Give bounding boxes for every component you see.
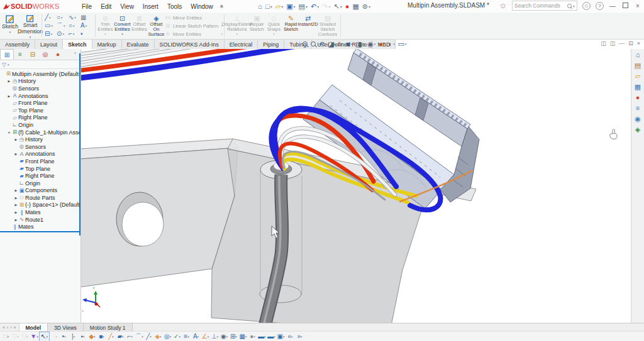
graphics-viewport[interactable]: Y Z bbox=[80, 39, 631, 323]
design-library-icon[interactable]: ▤ bbox=[635, 62, 641, 70]
expand-arrow-icon[interactable]: ▶ bbox=[7, 94, 11, 98]
help-icon[interactable]: ? bbox=[596, 2, 604, 10]
search-caret-icon[interactable]: ▾ bbox=[573, 4, 575, 8]
login-icon[interactable]: ☺ bbox=[582, 2, 591, 10]
tab-electrical[interactable]: Electrical bbox=[225, 39, 258, 49]
offset-entities-button[interactable]: ≣ Offset Entities bbox=[131, 13, 148, 39]
pin-menu-icon[interactable]: ∗ bbox=[219, 3, 225, 9]
tree-item-cable1-top-plane[interactable]: ▰ Top Plane bbox=[0, 165, 80, 173]
window-close-button[interactable]: × bbox=[634, 3, 641, 9]
pin-next-icon[interactable]: » ▾ bbox=[295, 332, 304, 341]
expand-arrow-icon[interactable]: ▶ bbox=[14, 210, 18, 214]
filter-vertices-icon[interactable]: ▽ ▾ bbox=[11, 332, 20, 341]
filter-solid-bodies-icon[interactable]: ■ ▾ bbox=[97, 332, 106, 341]
filter-coordinate-systems-icon[interactable]: ⊥ ▾ bbox=[210, 332, 219, 341]
dimxpert-manager-tab[interactable]: ◎ bbox=[39, 50, 52, 60]
tree-item-cable1-origin[interactable]: ∟ Origin bbox=[0, 180, 80, 187]
tree-item-top-plane[interactable]: ▱ Top Plane bbox=[0, 107, 80, 114]
filter-edges2-icon[interactable]: ⌐ ▾ bbox=[125, 332, 135, 341]
view-settings-icon[interactable]: ▭ ▾ bbox=[397, 41, 408, 48]
doc-minimize-icon[interactable]: — bbox=[619, 40, 625, 46]
window-minimize-button[interactable]: — bbox=[609, 3, 616, 9]
linear-sketch-pattern-button[interactable]: ⊞ Linear Sketch Pattern ▾ bbox=[165, 22, 223, 30]
tree-item-annotations[interactable]: ▶ A Annotations bbox=[0, 92, 80, 100]
route-connector-icon[interactable]: ▬ ▾ bbox=[257, 332, 267, 341]
menu-tools[interactable]: Tools bbox=[167, 3, 182, 10]
point-tool[interactable]: ⊙ ▾ bbox=[57, 30, 69, 38]
tree-filter-row[interactable]: ▽ ▾ bbox=[0, 60, 80, 69]
expand-arrow-icon[interactable]: ▶ bbox=[14, 203, 18, 207]
menu-view[interactable]: View bbox=[120, 3, 134, 10]
tree-item-components[interactable]: ▶ ▣ Components bbox=[0, 187, 80, 195]
expand-arrow-icon[interactable]: ▼ bbox=[7, 131, 11, 134]
offset-on-surface-button[interactable]: ◈ Offset On Surface bbox=[148, 13, 165, 39]
tree-item-space[interactable]: ▶ ⊞ (-) Space<1> (Default<<Default bbox=[0, 202, 80, 209]
magnified-selection-icon[interactable]: ◉ ▾ bbox=[219, 332, 229, 341]
rebuild-icon[interactable]: ● bbox=[344, 1, 351, 11]
tree-item-cable1-front-plane[interactable]: ▰ Front Plane bbox=[0, 158, 80, 165]
filter-planes-icon[interactable]: ▰ ▾ bbox=[116, 332, 125, 341]
tree-item-cable1-history[interactable]: ▶ ◷ History bbox=[0, 136, 80, 143]
filter-faces-icon[interactable]: ▼ ▾ bbox=[30, 332, 39, 341]
toolbar-grip[interactable]: ∷ ▾ bbox=[1, 332, 11, 341]
display-style-icon[interactable]: ◨ ▾ bbox=[355, 41, 365, 48]
lasso-select-icon[interactable]: ◌ ▾ bbox=[50, 332, 59, 341]
file-properties-icon[interactable]: ▦ bbox=[351, 1, 360, 11]
route-clip-icon[interactable]: ▣ ▾ bbox=[276, 332, 286, 341]
tree-item-multipin-assembly[interactable]: ⊞ Multipin Assembly (Default<Display Sta bbox=[0, 70, 80, 78]
filter-dimensions-icon[interactable]: ≡ ▾ bbox=[182, 332, 191, 341]
rectangle-tool[interactable]: ▭ ▾ bbox=[45, 22, 57, 30]
filter-arcs-icon[interactable]: ⌒ ▾ bbox=[135, 332, 144, 341]
filter-funnel-icon[interactable]: ▽ bbox=[2, 62, 6, 68]
filter-angle-icon[interactable]: ∠ ▾ bbox=[201, 332, 210, 341]
arc-tool[interactable]: ⌒ ▾ bbox=[57, 22, 69, 30]
filter-axes-icon[interactable]: ╱ ▾ bbox=[106, 332, 116, 341]
previous-view-icon[interactable]: ↶ bbox=[318, 41, 325, 48]
circle-tool[interactable]: ○ ▾ bbox=[57, 14, 69, 22]
tree-tabs-overflow-icon[interactable]: › bbox=[74, 50, 78, 56]
options-icon[interactable]: ⊛ ▾ bbox=[361, 1, 372, 11]
annotation-views-icon[interactable]: ▱ bbox=[337, 41, 343, 48]
filter-annotations-icon[interactable]: A ▾ bbox=[191, 332, 201, 341]
tree-item-cable1-annotations[interactable]: ▶ A Annotations bbox=[0, 151, 80, 158]
edit-appearance-icon[interactable]: ● ▾ bbox=[378, 41, 386, 48]
user-face-icon[interactable]: ☺ bbox=[499, 1, 507, 10]
custom-properties-icon[interactable]: ≡ bbox=[636, 104, 640, 112]
panel-collapse-handle[interactable]: › bbox=[82, 308, 84, 314]
filter-caret-icon[interactable]: ▾ bbox=[8, 63, 9, 67]
line-tool[interactable]: ╱ ▾ bbox=[45, 14, 57, 22]
smart-dimension-button[interactable]: Smart Dimension ▾ bbox=[20, 13, 40, 39]
panel-splitter[interactable] bbox=[79, 53, 80, 235]
menu-file[interactable]: File bbox=[82, 3, 92, 10]
section-view-icon[interactable]: ◪ bbox=[327, 41, 335, 48]
print-icon[interactable]: ▤ ▾ bbox=[297, 1, 309, 11]
save-icon[interactable]: ▣ ▾ bbox=[285, 1, 296, 11]
slot-tool[interactable]: ⊟ ▾ bbox=[45, 30, 57, 38]
filter-spheres-icon[interactable]: ● ▾ bbox=[248, 332, 257, 341]
window-restore-button[interactable] bbox=[621, 3, 629, 9]
hide-show-items-icon[interactable]: ◉ ▾ bbox=[367, 41, 376, 48]
filter-centerlines-icon[interactable]: ╱ ▾ bbox=[144, 332, 153, 341]
zoom-to-area-icon[interactable] bbox=[310, 41, 316, 46]
tree-item-cable1-right-plane[interactable]: ▰ Right Plane bbox=[0, 172, 80, 180]
file-explorer-icon[interactable]: ▱ bbox=[635, 72, 640, 80]
menu-edit[interactable]: Edit bbox=[101, 3, 111, 10]
expand-arrow-icon[interactable]: ▶ bbox=[14, 196, 18, 200]
rapid-sketch-button[interactable]: ✎ Rapid Sketch bbox=[282, 13, 299, 39]
shaded-sketch-contours-button[interactable]: ▨ Shaded Sketch Contours bbox=[316, 13, 339, 39]
sketch-picture-tool[interactable]: ▦ bbox=[80, 14, 92, 22]
undo-icon[interactable]: ↶ ▾ bbox=[309, 1, 320, 11]
filter-features-icon[interactable]: ◈ ▾ bbox=[153, 332, 163, 341]
ellipse-tool[interactable]: ○ ▾ bbox=[69, 22, 80, 30]
pin-previous-icon[interactable]: « ▾ bbox=[286, 332, 295, 341]
featuremanager-tab[interactable]: ⊞ bbox=[0, 49, 14, 60]
appearances-scenes-icon[interactable]: ● bbox=[636, 94, 640, 102]
menu-insert[interactable]: Insert bbox=[143, 3, 158, 10]
spline-tool[interactable]: ∿ ▾ bbox=[69, 14, 80, 22]
new-document-icon[interactable]: □ ▾ bbox=[264, 1, 274, 11]
tab-sketch[interactable]: Sketch bbox=[63, 39, 92, 49]
tree-item-cable1-assembly[interactable]: ▼ ⊞ (f) Cable_1-Multipin Assembly<1> ( bbox=[0, 129, 80, 136]
text-tool[interactable]: A ▾ bbox=[80, 22, 92, 30]
move-entities-button[interactable]: ✛ Move Entities ▾ bbox=[165, 30, 223, 38]
tab-evaluate[interactable]: Evaluate bbox=[122, 39, 155, 49]
